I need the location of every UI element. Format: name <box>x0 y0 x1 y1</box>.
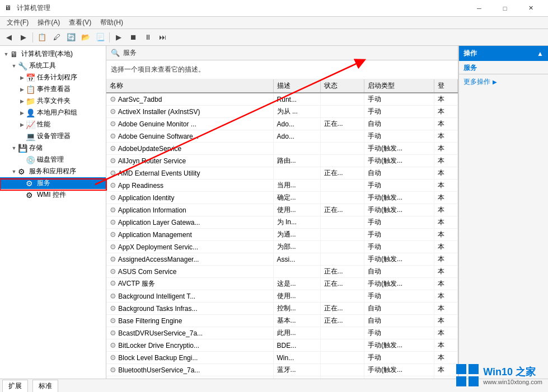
table-row[interactable]: ⚙ AarSvc_7adbdRunt...手动本 <box>106 93 458 106</box>
menu-item-a[interactable]: 操作(A) <box>33 17 64 29</box>
svg-rect-2 <box>456 364 466 374</box>
stop-button[interactable]: ⏹ <box>127 31 140 44</box>
table-row[interactable]: ⚙ AllJoyn Router Service路由...手动(触发...本 <box>106 155 458 167</box>
table-row[interactable]: ⚙ Application Management为通...手动本 <box>106 229 458 241</box>
service-name-cell: ⚙ AarSvc_7adbd <box>106 93 273 106</box>
service-startup-cell: 手动(触发... <box>364 278 434 290</box>
service-desc-cell: 基本... <box>273 315 320 327</box>
table-row[interactable]: ⚙ Adobe Genuine Software...Ado...手动本 <box>106 130 458 143</box>
forward-button[interactable]: ▶ <box>17 31 30 44</box>
pause-button[interactable]: ⏸ <box>141 31 154 44</box>
export-button[interactable]: 📂 <box>79 31 92 44</box>
col-status[interactable]: 状态 <box>320 79 364 93</box>
table-row[interactable]: ⚙ App Readiness当用...手动本 <box>106 180 458 192</box>
expand-performance[interactable]: ▶ <box>18 121 26 129</box>
table-row[interactable]: ⚙ AVCTP 服务这是...正在...手动(触发...本 <box>106 278 458 290</box>
services-table[interactable]: 名称 描述 状态 启动类型 登 ⚙ AarSvc_7adbdRunt...手动本… <box>106 79 458 379</box>
action-more-operations[interactable]: 更多操作 ▶ <box>459 75 548 88</box>
col-login[interactable]: 登 <box>434 79 458 93</box>
tree-item-sys-tools[interactable]: ▼ 🔧 系统工具 <box>0 60 106 72</box>
expand-local-users[interactable]: ▶ <box>18 109 26 117</box>
expand-shared-folders[interactable]: ▶ <box>18 97 26 105</box>
table-row[interactable]: ⚙ Adobe Genuine Monitor ...Ado...正在...自动… <box>106 118 458 130</box>
table-row[interactable]: ⚙ Application Layer Gatewa...为 In...手动本 <box>106 216 458 229</box>
show-hide-button[interactable]: 📋 <box>35 31 49 44</box>
close-button[interactable]: ✕ <box>518 0 544 17</box>
service-login-cell: 本 <box>434 143 458 155</box>
table-row[interactable]: ⚙ Background Tasks Infras...控制...正在...自动… <box>106 303 458 315</box>
service-status-cell <box>320 106 364 118</box>
tree-item-local-users[interactable]: ▶ 👤 本地用户和组 <box>0 107 106 119</box>
tab-standard[interactable]: 标准 <box>32 380 58 392</box>
table-row[interactable]: ⚙ Application Information使用...正在...手动(触发… <box>106 204 458 216</box>
table-row[interactable]: ⚙ AMD External Events Utility正在...自动本 <box>106 167 458 180</box>
center-header: 🔍 服务 <box>106 46 458 60</box>
service-login-cell: 本 <box>434 93 458 106</box>
menu-item-h[interactable]: 帮助(H) <box>96 17 128 29</box>
skip-button[interactable]: ⏭ <box>156 31 169 44</box>
table-row[interactable]: ⚙ Base Filtering Engine基本...正在...自动本 <box>106 315 458 327</box>
col-startup[interactable]: 启动类型 <box>364 79 434 93</box>
service-name-cell: ⚙ ActiveX Installer (AxInstSV) <box>106 106 273 118</box>
expand-storage[interactable]: ▼ <box>10 144 18 152</box>
tree-item-performance[interactable]: ▶ 📈 性能 <box>0 119 106 130</box>
play-button[interactable]: ▶ <box>112 31 125 44</box>
table-row[interactable]: ⚙ Block Level Backup Engi...Win...手动本 <box>106 352 458 364</box>
menu-item-f[interactable]: 文件(F) <box>2 17 33 29</box>
service-desc-cell: 当用... <box>273 180 320 192</box>
property-button[interactable]: 🖊 <box>50 31 63 44</box>
service-name-cell: ⚙ AllJoyn Router Service <box>106 155 273 167</box>
menu-item-v[interactable]: 查看(V) <box>64 17 96 29</box>
service-desc-cell: 这是... <box>273 278 320 290</box>
tree-item-services-apps[interactable]: ▼ ⚙ 服务和应用程序 <box>0 166 106 177</box>
minimize-button[interactable]: ─ <box>466 0 492 17</box>
tree-item-root[interactable]: ▼ 🖥 计算机管理(本地) <box>0 48 106 60</box>
service-startup-cell: 手动 <box>364 376 434 379</box>
tree-item-shared-folders[interactable]: ▶ 📁 共享文件夹 <box>0 95 106 107</box>
expand-root[interactable]: ▼ <box>2 50 10 58</box>
service-desc-cell: 蓝牙... <box>273 364 320 376</box>
search-icon: 🔍 <box>111 49 120 57</box>
view-button[interactable]: 📃 <box>93 31 107 44</box>
icon-root: 🖥 <box>10 50 19 59</box>
tree-item-event-viewer[interactable]: ▶ 📋 事件查看器 <box>0 83 106 95</box>
table-row[interactable]: ⚙ Background Intelligent T...使用...手动本 <box>106 290 458 303</box>
table-row[interactable]: ⚙ BranchCache此服...手动本 <box>106 376 458 379</box>
service-desc-cell: Runt... <box>273 93 320 106</box>
maximize-button[interactable]: □ <box>492 0 518 17</box>
col-desc[interactable]: 描述 <box>273 79 320 93</box>
service-startup-cell: 手动(触发... <box>364 253 434 266</box>
expand-task-sched[interactable]: ▶ <box>18 74 26 82</box>
tree-item-storage[interactable]: ▼ 💾 存储 <box>0 142 106 154</box>
table-row[interactable]: ⚙ AssignedAccessManager...Assi...手动(触发..… <box>106 253 458 266</box>
toolbar-separator-2 <box>109 32 110 42</box>
label-storage: 存储 <box>29 143 43 153</box>
table-row[interactable]: ⚙ ActiveX Installer (AxInstSV)为从 ...手动本 <box>106 106 458 118</box>
tree-item-disk-mgr[interactable]: 💿 磁盘管理 <box>0 154 106 166</box>
table-row[interactable]: ⚙ ASUS Com Service正在...自动本 <box>106 266 458 278</box>
action-header-title: 操作 <box>463 49 477 58</box>
service-login-cell: 本 <box>434 303 458 315</box>
toolbar: ◀ ▶ 📋 🖊 🔄 📂 📃 ▶ ⏹ ⏸ ⏭ <box>0 29 548 46</box>
expand-event-viewer[interactable]: ▶ <box>18 86 26 93</box>
expand-sys-tools[interactable]: ▼ <box>10 62 18 70</box>
tab-extend[interactable]: 扩展 <box>2 380 28 392</box>
table-row[interactable]: ⚙ BluetoothUserService_7a...蓝牙...手动(触发..… <box>106 364 458 376</box>
table-row[interactable]: ⚙ AdobeUpdateService手动(触发...本 <box>106 143 458 155</box>
col-name[interactable]: 名称 <box>106 79 273 93</box>
tree-item-services[interactable]: ⚙ 服务 <box>0 177 106 189</box>
center-panel: 🔍 服务 选择一个项目来查看它的描述。 名称 描述 状态 启动类型 登 ⚙ Aa… <box>106 46 458 379</box>
watermark-text-block: Win10 之家 www.win10xtong.com <box>483 365 542 385</box>
table-row[interactable]: ⚙ BcastDVRUserService_7a...此用...手动本 <box>106 327 458 339</box>
back-button[interactable]: ◀ <box>2 31 16 44</box>
expand-services-apps[interactable]: ▼ <box>10 168 18 176</box>
refresh-button[interactable]: 🔄 <box>64 31 78 44</box>
table-row[interactable]: ⚙ AppX Deployment Servic...为部...手动本 <box>106 241 458 253</box>
tree-item-device-mgr[interactable]: 💻 设备管理器 <box>0 130 106 142</box>
tree-item-wmi[interactable]: ⚙ WMI 控件 <box>0 189 106 201</box>
service-login-cell: 本 <box>434 315 458 327</box>
table-row[interactable]: ⚙ Application Identity确定...手动(触发...本 <box>106 192 458 204</box>
tree-item-task-sched[interactable]: ▶ 📅 任务计划程序 <box>0 72 106 83</box>
table-row[interactable]: ⚙ BitLocker Drive Encryptio...BDE...手动(触… <box>106 339 458 352</box>
service-status-cell <box>320 290 364 303</box>
